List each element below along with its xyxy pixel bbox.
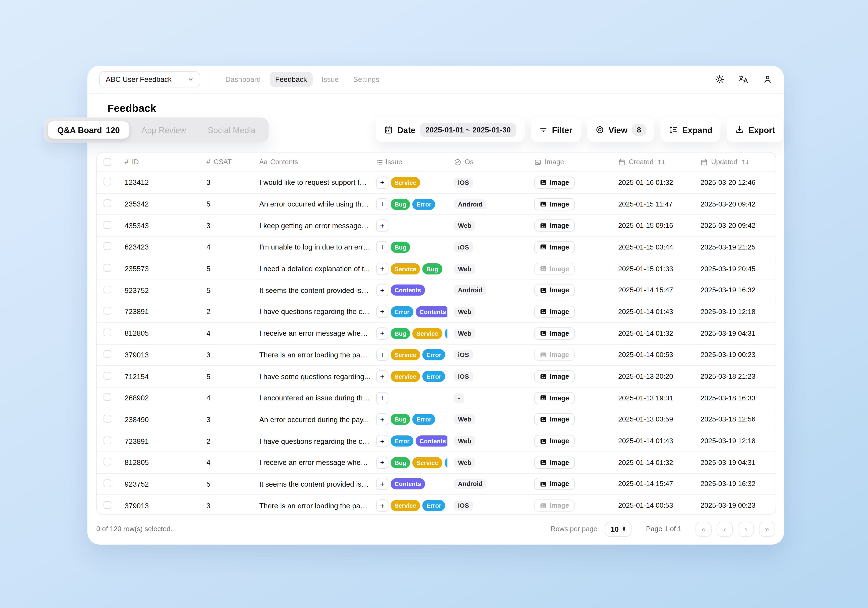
issue-badge[interactable]: Error <box>423 349 445 361</box>
add-issue-button[interactable]: + <box>376 499 388 512</box>
table-row[interactable]: 712154 5 I have some questions regarding… <box>97 366 775 387</box>
add-issue-button[interactable]: + <box>376 241 388 253</box>
issue-badge[interactable]: Contents <box>415 306 447 317</box>
table-row[interactable]: 379013 3 There is an error loading the p… <box>97 344 775 366</box>
image-button[interactable]: Image <box>534 349 575 361</box>
tab-social-media[interactable]: Social Media <box>198 121 265 138</box>
add-issue-button[interactable]: + <box>376 327 388 339</box>
issue-badge[interactable]: Bug <box>391 414 410 425</box>
nav-item-feedback[interactable]: Feedback <box>270 72 313 87</box>
image-button[interactable]: Image <box>534 263 575 275</box>
nav-item-dashboard[interactable]: Dashboard <box>220 72 266 87</box>
row-checkbox[interactable] <box>104 436 111 444</box>
row-checkbox[interactable] <box>104 221 111 229</box>
table-row[interactable]: 923752 5 It seems the content provided i… <box>97 280 775 301</box>
image-button[interactable]: Image <box>534 198 575 210</box>
issue-badge[interactable]: Error <box>412 199 435 210</box>
tab-app-review[interactable]: App Review <box>132 121 195 138</box>
issue-badge[interactable]: Bug <box>391 242 410 253</box>
view-button[interactable]: View 8 <box>587 117 654 142</box>
workspace-select[interactable]: ABC User Feedback <box>99 71 200 87</box>
add-issue-button[interactable]: + <box>376 176 388 188</box>
row-checkbox[interactable] <box>104 372 111 379</box>
issue-badge[interactable]: Service <box>412 457 442 468</box>
row-checkbox[interactable] <box>104 350 111 358</box>
issue-badge[interactable]: Error <box>391 435 413 446</box>
add-issue-button[interactable]: + <box>376 435 388 447</box>
table-row[interactable]: 812805 4 I receive an error message when… <box>97 452 775 474</box>
add-issue-button[interactable]: + <box>376 263 388 275</box>
image-button[interactable]: Image <box>534 499 575 512</box>
row-checkbox[interactable] <box>104 328 111 336</box>
issue-badge[interactable]: Bug <box>391 457 410 468</box>
add-issue-button[interactable]: + <box>376 392 388 404</box>
nav-item-settings[interactable]: Settings <box>348 72 385 87</box>
issue-badge[interactable]: Service <box>391 500 420 511</box>
image-button[interactable]: Image <box>534 392 575 404</box>
last-page-button[interactable]: » <box>759 521 775 536</box>
issue-badge[interactable]: Service <box>391 177 420 188</box>
add-issue-button[interactable]: + <box>376 219 388 232</box>
add-issue-button[interactable]: + <box>376 349 388 361</box>
table-row[interactable]: 923752 5 It seems the content provided i… <box>97 474 775 495</box>
first-page-button[interactable]: « <box>696 521 711 536</box>
issue-badge[interactable]: Service <box>412 328 442 339</box>
row-checkbox[interactable] <box>104 243 111 250</box>
next-page-button[interactable]: › <box>738 521 754 536</box>
issue-badge[interactable]: Error <box>423 500 445 511</box>
table-row[interactable]: 623423 4 I’m unable to log in due to an … <box>97 237 775 258</box>
column-header-created[interactable]: Created ↑↓ <box>612 158 694 166</box>
row-checkbox[interactable] <box>104 264 111 272</box>
sun-icon[interactable] <box>715 74 724 84</box>
add-issue-button[interactable]: + <box>376 478 388 490</box>
issue-badge[interactable]: Bug <box>391 328 410 339</box>
add-issue-button[interactable]: + <box>376 306 388 318</box>
issue-badge[interactable]: Error <box>423 371 445 382</box>
translate-icon[interactable] <box>738 74 749 84</box>
date-range-button[interactable]: Date 2025-01-01 ~ 2025-01-30 <box>376 117 525 142</box>
table-row[interactable]: 435343 3 I keep getting an error message… <box>97 215 775 237</box>
image-button[interactable]: Image <box>534 435 575 447</box>
export-button[interactable]: Export <box>727 117 783 142</box>
issue-badge[interactable]: Contents <box>415 435 447 446</box>
issue-badge[interactable]: Contents <box>391 479 425 490</box>
row-checkbox[interactable] <box>104 286 111 293</box>
table-row[interactable]: 812805 4 I receive an error message when… <box>97 323 775 344</box>
add-issue-button[interactable]: + <box>376 370 388 383</box>
tab-qa-board[interactable]: Q&A Board 120 <box>48 121 129 138</box>
table-row[interactable]: 268902 4 I encountered an issue during t… <box>97 387 775 409</box>
table-row[interactable]: 235342 5 An error occurred while using t… <box>97 194 775 215</box>
image-button[interactable]: Image <box>534 456 575 469</box>
table-row[interactable]: 235573 5 I need a detailed explanation o… <box>97 258 775 280</box>
column-header-updated[interactable]: Updated ↑↓ <box>694 158 775 166</box>
image-button[interactable]: Image <box>534 219 575 232</box>
row-checkbox[interactable] <box>104 393 111 401</box>
issue-badge[interactable]: Error <box>445 457 448 468</box>
image-button[interactable]: Image <box>534 241 575 253</box>
table-row[interactable]: 123412 3 I would like to request support… <box>97 172 775 193</box>
row-checkbox[interactable] <box>104 178 111 186</box>
image-button[interactable]: Image <box>534 370 575 383</box>
table-row[interactable]: 723891 2 I have questions regarding the … <box>97 431 775 452</box>
add-issue-button[interactable]: + <box>376 198 388 210</box>
prev-page-button[interactable]: ‹ <box>717 521 733 536</box>
row-checkbox[interactable] <box>104 199 111 207</box>
image-button[interactable]: Image <box>534 327 575 339</box>
image-button[interactable]: Image <box>534 478 575 490</box>
select-all-checkbox[interactable] <box>104 158 111 166</box>
row-checkbox[interactable] <box>104 307 111 315</box>
table-row[interactable]: 379013 3 There is an error loading the p… <box>97 495 775 515</box>
table-row[interactable]: 723891 2 I have questions regarding the … <box>97 301 775 323</box>
nav-item-issue[interactable]: Issue <box>316 72 344 87</box>
issue-badge[interactable]: Error <box>391 306 413 317</box>
image-button[interactable]: Image <box>534 284 575 296</box>
issue-badge[interactable]: Contents <box>391 285 425 296</box>
issue-badge[interactable]: Error <box>412 414 435 425</box>
add-issue-button[interactable]: + <box>376 456 388 469</box>
row-checkbox[interactable] <box>104 479 111 487</box>
issue-badge[interactable]: Service <box>391 349 420 361</box>
expand-button[interactable]: Expand <box>660 117 721 142</box>
issue-badge[interactable]: Bug <box>423 263 442 274</box>
issue-badge[interactable]: Service <box>391 371 420 382</box>
image-button[interactable]: Image <box>534 176 575 188</box>
